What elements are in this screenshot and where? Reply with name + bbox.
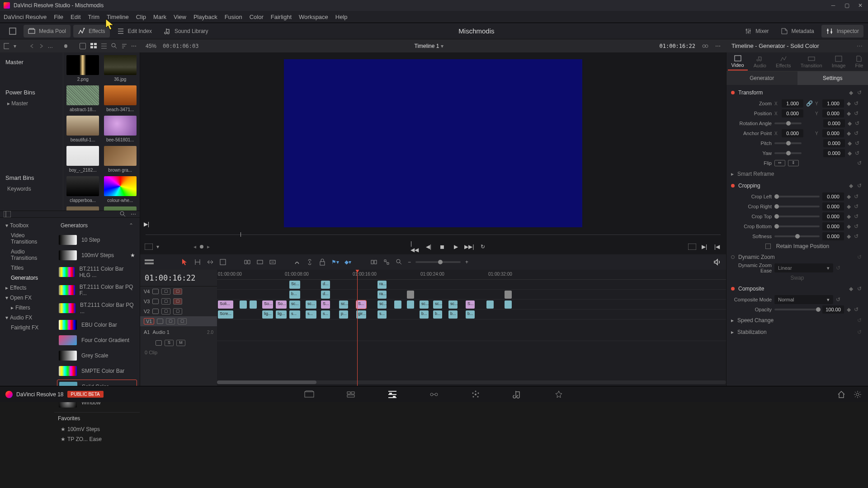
metadata-view-icon[interactable] <box>80 43 86 49</box>
clip-thumbnail[interactable]: beautiful-1... <box>66 116 100 142</box>
clip[interactable]: Sc... <box>289 281 300 289</box>
lock-icon[interactable] <box>157 319 163 324</box>
zoom-y-input[interactable] <box>822 99 844 108</box>
effects-panel-layout-icon[interactable] <box>4 211 11 217</box>
section-composite[interactable]: Composite◆↺ <box>726 283 868 295</box>
viewer-zoom[interactable]: 45% <box>146 43 156 49</box>
timeline-view-icon[interactable] <box>145 258 154 266</box>
menu-item[interactable]: File <box>54 14 63 20</box>
clip-thumbnail[interactable]: bee-561801... <box>104 116 137 142</box>
close-button[interactable]: ✕ <box>856 1 864 9</box>
match-frame-icon[interactable] <box>688 244 696 250</box>
opacity-input[interactable] <box>822 305 844 314</box>
timeline-zoom-slider[interactable] <box>415 261 461 263</box>
clip[interactable] <box>486 300 494 309</box>
crop-top-slider[interactable] <box>774 216 820 217</box>
menu-item[interactable]: Mark <box>153 14 166 20</box>
timeline-ruler[interactable]: 01:00:00:00 01:00:08:00 01:00:16:00 01:0… <box>217 270 726 280</box>
audio-transitions[interactable]: Audio Transitions <box>2 247 52 263</box>
mini-scrubber[interactable] <box>146 231 721 239</box>
lock-icon[interactable] <box>152 289 159 294</box>
auto-select-icon[interactable]: ▢ <box>161 298 170 305</box>
generator-item[interactable]: Four Color Gradient <box>57 333 137 347</box>
clip[interactable]: b... <box>448 310 458 319</box>
viewer[interactable]: ▶| <box>140 52 726 231</box>
clip[interactable]: So... <box>262 300 273 309</box>
favorite-item[interactable]: ★ TP ZO... Ease <box>54 434 140 444</box>
maximize-button[interactable]: ▢ <box>843 1 851 9</box>
jump-end-icon[interactable]: ▶▶| <box>465 242 474 251</box>
viewer-canvas[interactable] <box>284 59 582 227</box>
edit-index-toggle[interactable]: Edit Index <box>113 25 156 38</box>
clip-thumbnail[interactable]: dog-18014... <box>104 206 137 211</box>
track-a1[interactable] <box>217 319 726 341</box>
effects-toggle[interactable]: Effects <box>73 25 109 38</box>
crop-right-input[interactable] <box>822 202 844 211</box>
trim-tool-icon[interactable] <box>193 258 202 266</box>
clip[interactable] <box>407 300 414 309</box>
bin-smart[interactable]: Smart Bins <box>4 172 59 184</box>
flag-icon[interactable]: ⚑▾ <box>331 258 339 266</box>
bin-list-icon[interactable] <box>4 43 9 49</box>
section-transform[interactable]: Transform◆↺ <box>726 87 868 99</box>
marker-icon[interactable]: ◆▾ <box>344 258 352 266</box>
clip[interactable] <box>407 291 414 299</box>
auto-select-icon[interactable]: ▢ <box>166 318 175 324</box>
menu-item[interactable]: Clip <box>136 14 146 20</box>
fusion-page-icon[interactable] <box>429 389 439 399</box>
yaw-slider[interactable] <box>774 152 802 154</box>
clip[interactable]: Scre... <box>218 310 233 319</box>
pitch-slider[interactable] <box>774 142 802 144</box>
metadata-toggle[interactable]: Metadata <box>776 25 819 38</box>
list-view-icon[interactable] <box>101 43 107 49</box>
menu-item[interactable]: Edit <box>71 14 80 20</box>
effects-search-icon[interactable] <box>120 211 126 217</box>
inspector-tab-effects[interactable]: Effects <box>772 54 794 70</box>
prev-marker-icon[interactable]: ◂ <box>193 244 196 250</box>
generator-item[interactable]: Grey Scale <box>57 349 137 362</box>
inspector-tab-video[interactable]: Video <box>728 53 748 70</box>
inspector-tab-image[interactable]: Image <box>828 54 849 70</box>
minimize-button[interactable]: ─ <box>829 1 837 9</box>
clip[interactable]: S... <box>466 300 475 309</box>
bin-power-master[interactable]: ▸ Master <box>4 99 59 108</box>
solo-button[interactable]: S <box>165 340 174 346</box>
menu-item[interactable]: Color <box>250 14 264 20</box>
media-pool-toggle[interactable]: Media Pool <box>24 25 71 38</box>
play-icon[interactable]: ▶ <box>451 242 460 251</box>
search-icon[interactable] <box>111 43 117 49</box>
clip[interactable]: So... <box>276 300 287 309</box>
insert-icon[interactable] <box>243 258 251 266</box>
cut-page-icon[interactable] <box>346 389 356 399</box>
collapse-icon[interactable]: ⌃ <box>129 222 133 229</box>
crop-bottom-input[interactable] <box>822 222 844 230</box>
next-marker-icon[interactable]: ▸ <box>207 244 210 250</box>
audio-monitor-icon[interactable] <box>713 258 722 266</box>
clip[interactable]: sc... <box>339 300 348 309</box>
yaw-input[interactable] <box>823 149 845 157</box>
swap-button[interactable]: Swap <box>790 275 804 281</box>
more-icon[interactable]: ⋯ <box>131 43 137 49</box>
generator-item[interactable]: BT.2111 Color Bar HLG ... <box>57 264 137 280</box>
deliver-page-icon[interactable] <box>554 389 564 399</box>
effects-folder[interactable]: ▸Effects <box>2 283 52 293</box>
clip-thumbnail[interactable]: 2.png <box>66 55 100 82</box>
zoom-x-input[interactable] <box>782 99 803 108</box>
clip-thumbnail[interactable]: boy_-_2182... <box>66 146 100 173</box>
clip[interactable]: sc... <box>377 300 387 309</box>
clip[interactable]: S... <box>321 300 330 309</box>
snapping-icon[interactable] <box>370 258 378 266</box>
inspector-toggle[interactable]: Inspector <box>821 25 863 38</box>
menu-item[interactable]: Workspace <box>299 14 328 20</box>
track-v4[interactable]: Sc... d... ra... <box>217 280 726 290</box>
inspector-subtab-settings[interactable]: Settings <box>797 71 868 85</box>
fairlight-page-icon[interactable] <box>512 389 522 399</box>
clip[interactable]: gir... <box>356 310 366 319</box>
clip[interactable]: lig... <box>276 310 287 319</box>
track-enable-icon[interactable]: ▢ <box>178 318 187 324</box>
fairlightfx[interactable]: Fairlight FX <box>2 323 52 333</box>
clip-thumbnail[interactable]: brown gra... <box>104 146 137 173</box>
clip-thumbnail[interactable]: colour-whe... <box>104 176 137 203</box>
bin-power[interactable]: Power Bins <box>4 86 59 99</box>
clip[interactable]: s... <box>377 310 387 319</box>
